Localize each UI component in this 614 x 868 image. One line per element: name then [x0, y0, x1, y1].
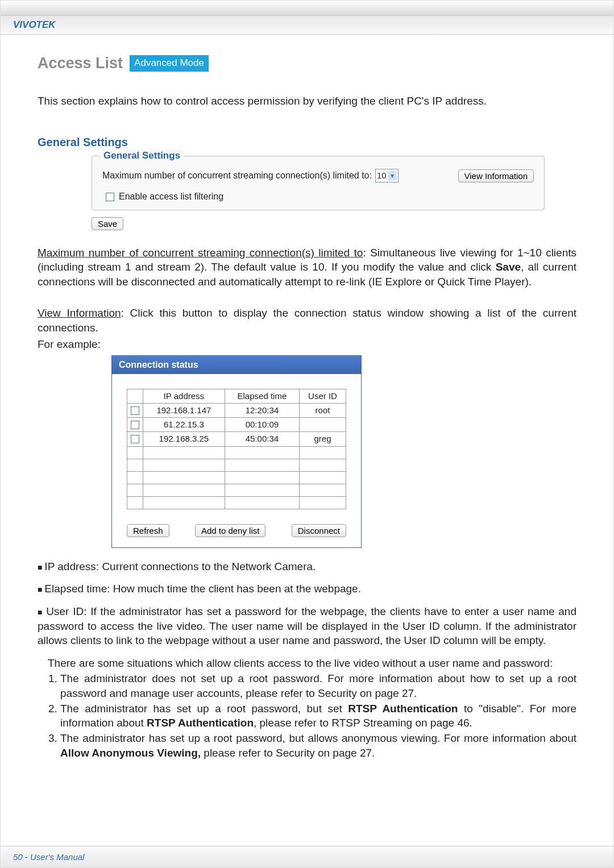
cell-ip	[143, 484, 225, 496]
row-checkbox-cell	[127, 446, 143, 459]
cell-elapsed	[225, 484, 299, 496]
cell-elapsed	[225, 446, 299, 459]
bullet-user-id: User ID: If the administrator has set a …	[38, 604, 576, 760]
fieldset-legend: General Settings	[100, 149, 184, 163]
row-checkbox-cell	[127, 459, 143, 471]
cell-ip	[143, 496, 225, 509]
table-row: 61.22.15.300:10:09	[127, 418, 346, 432]
cell-user	[299, 446, 346, 459]
row-checkbox-cell	[127, 432, 143, 446]
table-row	[127, 446, 346, 459]
cell-user	[299, 418, 346, 432]
numbered-item-2: The administrator has set up a root pass…	[60, 701, 576, 730]
chevron-down-icon: ▾	[388, 171, 397, 180]
cell-elapsed	[225, 459, 299, 471]
cell-ip	[143, 459, 225, 471]
cell-ip: 192.168.3.25	[143, 432, 225, 446]
max-connections-select[interactable]: 10 ▾	[375, 169, 399, 182]
add-to-deny-list-button[interactable]: Add to deny list	[195, 524, 266, 537]
table-row	[127, 496, 346, 509]
intro-text: This section explains how to control acc…	[38, 94, 576, 109]
enable-filtering-label: Enable access list filtering	[119, 190, 223, 203]
disconnect-button[interactable]: Disconnect	[292, 524, 346, 537]
cell-elapsed: 00:10:09	[225, 418, 299, 432]
connection-status-title: Connection status	[112, 356, 361, 374]
row-checkbox-cell	[127, 471, 143, 484]
max-connections-label: Maximum number of concurrent streaming c…	[102, 169, 372, 182]
row-checkbox[interactable]	[131, 406, 139, 415]
cell-user: root	[299, 403, 346, 417]
cell-ip	[143, 446, 225, 459]
save-button[interactable]: Save	[92, 217, 123, 230]
col-checkbox	[127, 389, 143, 403]
max-connections-value: 10	[377, 170, 387, 181]
footer-bar: 50 - User's Manual	[1, 846, 613, 867]
table-row: 192.168.3.2545:00:34greg	[127, 432, 346, 446]
general-settings-fieldset: General Settings Maximum number of concu…	[92, 156, 545, 210]
brand-bar: VIVOTEK	[1, 15, 613, 35]
row-checkbox[interactable]	[131, 421, 139, 429]
row-checkbox-cell	[127, 418, 143, 432]
numbered-item-3: The administrator has set up a root pass…	[60, 731, 576, 760]
section-heading: General Settings	[38, 135, 576, 150]
row-checkbox[interactable]	[131, 435, 139, 443]
paragraph-max-connections: Maximum number of concurrent streaming c…	[38, 246, 576, 289]
cell-ip: 61.22.15.3	[143, 418, 225, 432]
cell-ip	[143, 471, 225, 484]
brand-text: VIVOTEK	[13, 19, 56, 31]
row-checkbox-cell	[127, 484, 143, 496]
cell-user: greg	[299, 432, 346, 446]
footer-text: 50 - User's Manual	[13, 852, 84, 862]
row-checkbox-cell	[127, 496, 143, 509]
bullet-elapsed-time: Elapsed time: How much time the client h…	[38, 582, 576, 596]
cell-user	[299, 459, 346, 471]
cell-elapsed: 45:00:34	[225, 432, 299, 446]
table-row	[127, 484, 346, 496]
connection-status-panel: Connection status IP addressElapsed time…	[111, 355, 362, 548]
cell-elapsed	[225, 496, 299, 509]
numbered-item-1: The administrator does not set up a root…	[60, 671, 576, 700]
advanced-mode-badge: Advanced Mode	[130, 55, 209, 72]
cell-user	[299, 484, 346, 496]
connection-status-table: IP addressElapsed timeUser ID 192.168.1.…	[127, 389, 346, 509]
col-ip-address: IP address	[143, 389, 225, 403]
refresh-button[interactable]: Refresh	[127, 524, 169, 537]
table-row	[127, 471, 346, 484]
paragraph-view-information: View Information: Click this button to d…	[38, 306, 576, 335]
cell-elapsed: 12:20:34	[225, 403, 299, 417]
cell-user	[299, 496, 346, 509]
cell-ip: 192.168.1.147	[143, 403, 225, 417]
row-checkbox-cell	[127, 403, 143, 417]
view-information-button[interactable]: View Information	[458, 169, 534, 182]
cell-elapsed	[225, 471, 299, 484]
enable-filtering-checkbox[interactable]	[106, 193, 114, 201]
col-user-id: User ID	[299, 389, 346, 403]
bullet-ip-address: IP address: Current connections to the N…	[38, 559, 576, 574]
col-elapsed-time: Elapsed time	[225, 389, 299, 403]
cell-user	[299, 471, 346, 484]
page-title: Access List	[38, 53, 123, 73]
table-row: 192.168.1.14712:20:34root	[127, 403, 346, 417]
table-row	[127, 459, 346, 471]
paragraph-for-example: For example:	[38, 337, 576, 352]
